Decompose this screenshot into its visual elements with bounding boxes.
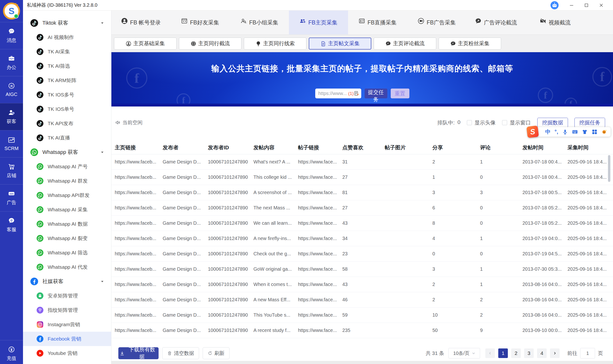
toolbox-icon[interactable] bbox=[592, 129, 598, 135]
table-row[interactable]: https://www.faceb...Game Design D...1000… bbox=[111, 246, 613, 261]
table-row[interactable]: https://www.faceb...Game Design D...1000… bbox=[111, 185, 613, 200]
sidebar-group-whatsapp-group[interactable]: Whatsapp 获客 bbox=[23, 145, 111, 159]
sidebar-item-android-matrix[interactable]: 安卓矩阵管理 bbox=[23, 289, 111, 303]
cell-post_link: https://www.face... bbox=[295, 221, 339, 226]
table-row[interactable]: https://www.faceb...Game Design D...1000… bbox=[111, 308, 613, 323]
subtab-page-fans-collect[interactable]: 主页粉丝采集 bbox=[439, 38, 501, 50]
rail-item-leads[interactable]: 获客 bbox=[0, 103, 23, 130]
tab-fb-friends-collect[interactable]: FB好友采集 bbox=[171, 11, 230, 34]
sidebar-item-wa-ai-account[interactable]: Whatsapp AI 产号 bbox=[23, 159, 111, 174]
sidebar-item-ai-video-production[interactable]: AI 视频制作 bbox=[23, 30, 111, 44]
sidebar-item-tk-ai-collect[interactable]: TK AI采集 bbox=[23, 44, 111, 59]
rail-item-scrm[interactable]: SCRM bbox=[0, 130, 23, 157]
show-avatar-checkbox[interactable] bbox=[467, 120, 472, 125]
tab-fb-pages-collect[interactable]: FB主页采集 bbox=[289, 11, 348, 34]
subtab-page-peer-intercept[interactable]: 主页同行截流 bbox=[179, 38, 242, 50]
sidebar-item-wa-ai-data[interactable]: Whatsapp AI 数据 bbox=[23, 217, 111, 231]
page-size-value: 10条/页 bbox=[453, 350, 470, 357]
keyboard-icon[interactable] bbox=[572, 129, 578, 135]
sidebar-item-wa-ai-fission[interactable]: Whatsapp AI 裂变 bbox=[23, 231, 111, 246]
chevron-down-icon[interactable] bbox=[98, 151, 106, 154]
sidebar-item-wa-api-bulk-send[interactable]: Whatsapp API群发 bbox=[23, 188, 111, 202]
tab-fb-live-collect[interactable]: FB直播采集 bbox=[348, 11, 407, 34]
sidebar-item-twitter-marketing[interactable]: Twitter 营销 bbox=[23, 360, 111, 364]
user-circle-icon bbox=[126, 41, 131, 46]
sidebar-item-wa-ai-bulk-send[interactable]: Whatsapp AI 群发 bbox=[23, 174, 111, 188]
assistant-avatar[interactable] bbox=[550, 1, 559, 10]
reset-button[interactable]: 重置 bbox=[391, 89, 409, 98]
table-row[interactable]: https://www.faceb...Game Design D...1000… bbox=[111, 154, 613, 170]
page-url-input[interactable]: https://www... (1) bbox=[315, 89, 361, 98]
sidebar-item-wa-ai-proxy-send[interactable]: Whatsapp AI 代发 bbox=[23, 260, 111, 274]
table-row[interactable]: https://www.faceb...Game Design D...1000… bbox=[111, 261, 613, 277]
sidebar-item-instagram-marketing[interactable]: Instagram营销 bbox=[23, 317, 111, 332]
table-row[interactable]: https://www.faceb...Game Design D...1000… bbox=[111, 170, 613, 185]
queue-status: 排队中: 0 bbox=[437, 119, 460, 126]
submit-task-button[interactable]: 提交任务 bbox=[365, 89, 387, 98]
sidebar-item-tk-ai-filter[interactable]: TK AI筛选 bbox=[23, 59, 111, 73]
rail-item-service[interactable]: @客服 bbox=[0, 211, 23, 238]
sidebar-group-social-media-group[interactable]: 社媒获客 bbox=[23, 274, 111, 289]
mine-data-button[interactable]: 挖掘数据 bbox=[537, 118, 568, 128]
page-size-select[interactable]: 10条/页 bbox=[449, 348, 480, 359]
close-button[interactable] bbox=[594, 0, 609, 10]
table-row[interactable]: https://www.faceb...Game Design D...1000… bbox=[111, 200, 613, 216]
sidebar-item-youtube-marketing[interactable]: Youtube 营销 bbox=[23, 346, 111, 360]
table-row[interactable]: https://www.faceb...Game Design D...1000… bbox=[111, 277, 613, 292]
tab-ad-comment-intercept[interactable]: 广告评论截流 bbox=[466, 11, 526, 34]
table-row[interactable]: https://www.faceb...Game Design D...1000… bbox=[111, 216, 613, 231]
chevron-down-icon[interactable] bbox=[98, 280, 106, 283]
mic-icon[interactable] bbox=[562, 129, 568, 135]
rail-item-messages[interactable]: 消息 bbox=[0, 22, 23, 49]
sidebar-item-tk-ios-multi[interactable]: TK IOS多号 bbox=[23, 88, 111, 102]
table-row[interactable]: https://www.faceb...Game Design D...1000… bbox=[111, 323, 613, 338]
subtab-page-comment-intercept[interactable]: 主页评论截流 bbox=[374, 38, 436, 50]
page-button-3[interactable]: 3 bbox=[524, 349, 534, 358]
emoji-icon[interactable] bbox=[601, 129, 607, 135]
subtab-page-posts-collect[interactable]: 主页帖文采集 bbox=[309, 38, 371, 50]
rail-item-shop[interactable]: 店铺 bbox=[0, 157, 23, 184]
tab-fb-account-login[interactable]: FB 帐号登录 bbox=[111, 11, 171, 34]
tab-fb-groups-collect[interactable]: FB小组采集 bbox=[230, 11, 289, 34]
page-button-1[interactable]: 1 bbox=[498, 349, 508, 358]
table-row[interactable]: https://www.faceb...Game Design D...1000… bbox=[111, 231, 613, 246]
sidebar-item-wa-ai-collect[interactable]: Whatsapp AI 采集 bbox=[23, 202, 111, 217]
page-button-4[interactable]: 4 bbox=[537, 349, 547, 358]
rail-item-recharge[interactable]: 充值 bbox=[0, 340, 23, 364]
rail-item-office[interactable]: 办公 bbox=[0, 49, 23, 76]
download-all-button[interactable]: 下载所有数据 bbox=[118, 347, 159, 359]
sidebar-group-tiktok-group[interactable]: Tiktok 获客 bbox=[23, 16, 111, 30]
refresh-button[interactable]: 刷新 bbox=[203, 347, 230, 359]
url-count-badge: (1) bbox=[348, 91, 354, 96]
prev-page-button[interactable] bbox=[485, 349, 495, 358]
sogou-logo-icon[interactable]: S bbox=[526, 125, 539, 138]
show-window-checkbox[interactable] bbox=[502, 120, 507, 125]
maximize-button[interactable] bbox=[579, 0, 594, 10]
rail-item-aigc[interactable]: AIAIGC bbox=[0, 76, 23, 103]
tab-video-intercept[interactable]: 视频截流 bbox=[526, 11, 585, 34]
ime-punctuation[interactable]: °, bbox=[555, 129, 558, 134]
sidebar-item-tk-ios-single[interactable]: TK IOS单号 bbox=[23, 102, 111, 116]
skin-icon[interactable] bbox=[582, 129, 588, 135]
sidebar-item-tk-arm-matrix[interactable]: TK ARM矩阵 bbox=[23, 73, 111, 88]
table-scrollbar[interactable] bbox=[608, 155, 610, 182]
minimize-button[interactable] bbox=[564, 0, 579, 10]
tab-fb-ads-collect[interactable]: FB广告采集 bbox=[407, 11, 466, 34]
sidebar-item-tk-api-publish[interactable]: TK API发布 bbox=[23, 116, 111, 131]
next-page-button[interactable] bbox=[550, 349, 559, 358]
sidebar-item-fingerprint-matrix[interactable]: 指纹矩阵管理 bbox=[23, 303, 111, 317]
chevron-down-icon[interactable] bbox=[98, 21, 106, 25]
sidebar-item-facebook-marketing[interactable]: Facebook 营销 bbox=[23, 332, 111, 346]
table-row[interactable]: https://www.faceb...Game Design D...1000… bbox=[111, 292, 613, 308]
mine-task-button[interactable]: 挖掘任务 bbox=[574, 118, 605, 128]
import-list-icon[interactable] bbox=[354, 90, 359, 97]
sidebar-item-wa-ai-filter[interactable]: Whatsapp AI 筛选 bbox=[23, 246, 111, 260]
clear-data-button[interactable]: 清空数据 bbox=[162, 347, 199, 359]
page-button-2[interactable]: 2 bbox=[511, 349, 521, 358]
rail-item-ads[interactable]: ADS广告 bbox=[0, 184, 23, 211]
ime-chinese-mode[interactable]: 中 bbox=[545, 129, 550, 134]
subtab-page-basic-collect[interactable]: 主页基础采集 bbox=[114, 38, 177, 50]
subtab-page-peer-leads[interactable]: 主页同行线索 bbox=[244, 38, 306, 50]
goto-page-input[interactable]: 1 bbox=[580, 348, 595, 359]
sidebar-item-tk-ai-live[interactable]: TK AI直播 bbox=[23, 131, 111, 145]
